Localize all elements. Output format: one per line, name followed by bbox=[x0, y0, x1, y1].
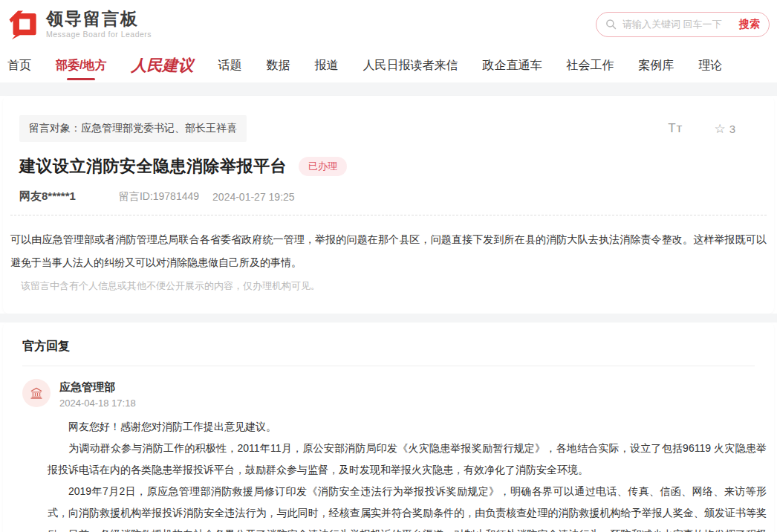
official-reply-card: 官方回复 应急管理部 2024-04-18 17:18 网友您好！感谢您对消防工… bbox=[3, 322, 774, 532]
message-title: 建议设立消防安全隐患消除举报平台 bbox=[19, 155, 287, 178]
message-target-tag: 留言对象：应急管理部党委书记、部长王祥喜 bbox=[19, 115, 247, 142]
nav-item-reader-letters[interactable]: 人民日报读者来信 bbox=[363, 48, 458, 82]
font-size-toggle[interactable]: Tт bbox=[668, 121, 683, 136]
favorite-button[interactable]: ☆ 3 bbox=[714, 121, 735, 137]
agency-avatar bbox=[22, 379, 51, 407]
message-author: 网友8*****1 bbox=[19, 189, 76, 204]
nav-item-case-library[interactable]: 案例库 bbox=[638, 48, 674, 82]
status-badge: 已办理 bbox=[299, 157, 347, 176]
message-board-logo-icon bbox=[7, 9, 39, 40]
nav-item-social-work[interactable]: 社会工作 bbox=[566, 48, 614, 82]
favorite-count: 3 bbox=[729, 123, 735, 135]
nav-item-topics[interactable]: 话题 bbox=[218, 48, 241, 82]
nav-item-gov-enterprise[interactable]: 政企直通车 bbox=[482, 48, 542, 82]
message-date: 2024-01-27 19:25 bbox=[212, 191, 295, 203]
nav-item-people-suggestions[interactable]: 人民建议 bbox=[131, 48, 193, 82]
star-icon: ☆ bbox=[714, 121, 725, 137]
nav-item-ministries-local[interactable]: 部委/地方 bbox=[56, 48, 106, 82]
nav-item-home[interactable]: 首页 bbox=[7, 48, 31, 82]
nav-item-reports[interactable]: 报道 bbox=[314, 48, 338, 82]
logo-subtitle: Message Board for Leaders bbox=[46, 30, 152, 39]
dashed-divider bbox=[10, 215, 767, 215]
message-id: 留言ID:19781449 bbox=[119, 190, 199, 204]
reply-paragraph: 网友您好！感谢您对消防工作提出意见建议。 bbox=[48, 416, 767, 438]
reply-date: 2024-04-18 17:18 bbox=[59, 398, 136, 409]
nav-item-data[interactable]: 数据 bbox=[266, 48, 290, 82]
government-building-icon bbox=[29, 386, 44, 400]
search-icon bbox=[605, 19, 617, 30]
site-header: 领导留言板 Message Board for Leaders 搜索 bbox=[0, 0, 777, 48]
section-gap bbox=[0, 82, 777, 96]
reply-body: 网友您好！感谢您对消防工作提出意见建议。 为调动群众参与消防工作的积极性，201… bbox=[48, 416, 767, 532]
divider bbox=[22, 366, 755, 366]
search-box[interactable]: 搜索 bbox=[596, 12, 770, 37]
search-button[interactable]: 搜索 bbox=[739, 18, 760, 31]
section-gap bbox=[0, 314, 777, 322]
site-logo[interactable]: 领导留言板 Message Board for Leaders bbox=[7, 9, 152, 40]
logo-title: 领导留言板 bbox=[46, 10, 152, 28]
reply-paragraph: 2019年7月2日，原应急管理部消防救援局修订印发《消防安全违法行为举报投诉奖励… bbox=[48, 481, 767, 532]
message-body: 可以由应急管理部或者消防管理总局联合各省委省政府统一管理，举报的问题在那个县区，… bbox=[10, 228, 767, 274]
message-card: 留言对象：应急管理部党委书记、部长王祥喜 Tт ☆ 3 建议设立消防安全隐患消除… bbox=[3, 96, 774, 314]
main-nav: 首页 部委/地方 人民建议 话题 数据 报道 人民日报读者来信 政企直通车 社会… bbox=[0, 48, 777, 82]
nav-item-theory[interactable]: 理论 bbox=[698, 48, 722, 82]
privacy-note: 该留言中含有个人信息或其他不便公开展示的内容，仅办理机构可见。 bbox=[21, 279, 767, 293]
reply-section-title: 官方回复 bbox=[3, 339, 774, 354]
reply-paragraph: 为调动群众参与消防工作的积极性，2011年11月，原公安部消防局印发《火灾隐患举… bbox=[48, 438, 767, 481]
search-input[interactable] bbox=[622, 19, 739, 30]
reply-agency-name: 应急管理部 bbox=[59, 380, 136, 395]
